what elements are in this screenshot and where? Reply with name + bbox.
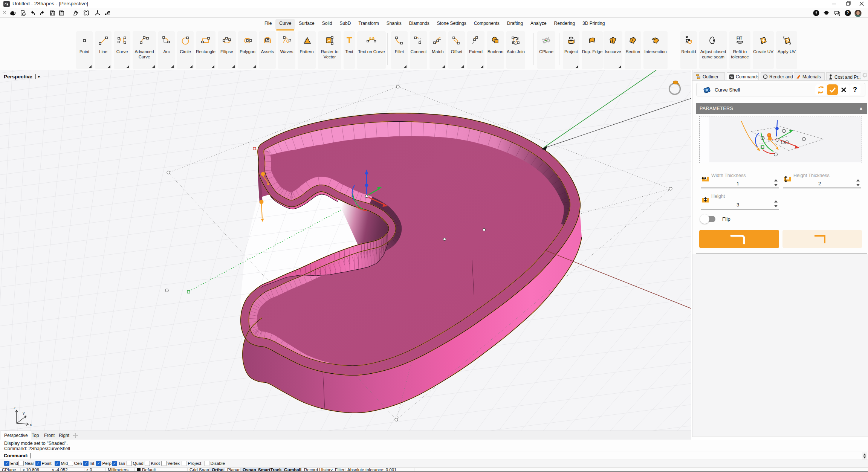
svg-text:z: z: [14, 405, 16, 410]
svg-text:FIT: FIT: [737, 36, 742, 40]
svg-text:y: y: [23, 411, 25, 415]
svg-text:x: x: [30, 422, 32, 427]
svg-text:?: ?: [847, 11, 849, 15]
